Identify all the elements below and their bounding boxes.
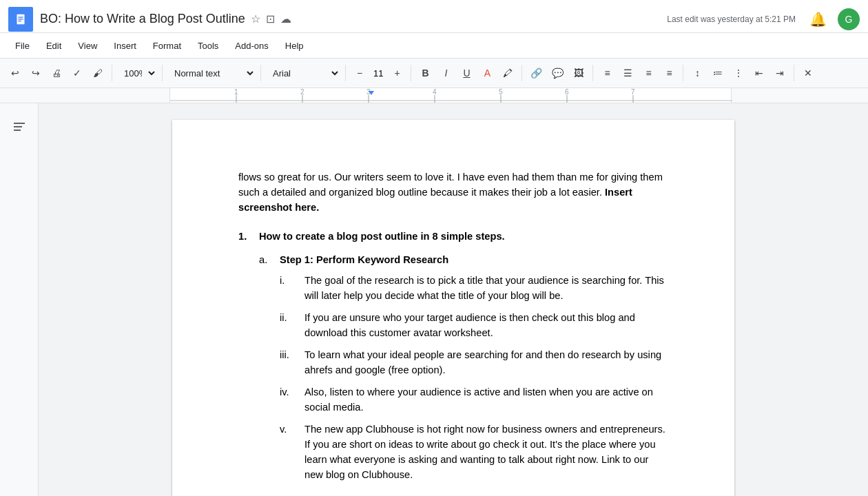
toolbar: ↩ ↪ 🖨 ✓ 🖌 100% 75% 125% Normal text Head… bbox=[0, 58, 868, 88]
redo-button[interactable]: ↪ bbox=[26, 62, 45, 84]
divider-4 bbox=[345, 65, 346, 81]
divider-5 bbox=[411, 65, 411, 81]
doc-icon bbox=[8, 7, 33, 32]
sidebar bbox=[0, 103, 39, 496]
underline-button[interactable]: U bbox=[457, 62, 476, 84]
align-left-button[interactable]: ≡ bbox=[597, 62, 617, 84]
svg-text:4: 4 bbox=[433, 88, 437, 96]
decrease-indent-button[interactable]: ⇤ bbox=[750, 62, 769, 84]
align-center-button[interactable]: ☰ bbox=[618, 62, 637, 84]
highlight-button[interactable]: 🖍 bbox=[498, 62, 517, 84]
move-icon[interactable]: ⊡ bbox=[266, 12, 275, 25]
notification-icon[interactable]: 🔔 bbox=[809, 11, 827, 28]
doc-title-area: BO: How to Write a Blog Post Outline ☆ ⊡… bbox=[40, 12, 667, 26]
link-button[interactable]: 🔗 bbox=[526, 62, 546, 84]
zoom-select[interactable]: 100% 75% 125% bbox=[116, 62, 158, 84]
level2-list: Step 1: Perform Keyword Research The goa… bbox=[259, 252, 668, 496]
svg-text:6: 6 bbox=[565, 88, 569, 96]
level1-list: How to create a blog post outline in 8 s… bbox=[238, 229, 668, 496]
divider-7 bbox=[592, 65, 593, 81]
line-spacing-button[interactable]: ↕ bbox=[688, 62, 707, 84]
italic-button[interactable]: I bbox=[436, 62, 455, 84]
sidebar-outline-icon[interactable] bbox=[7, 114, 32, 139]
spellcheck-button[interactable]: ✓ bbox=[68, 62, 87, 84]
title-bar: BO: How to Write a Blog Post Outline ☆ ⊡… bbox=[0, 0, 868, 33]
roman-item-iii: To learn what your ideal people are sear… bbox=[280, 347, 668, 378]
page-container[interactable]: flows so great for us. Our writers seem … bbox=[39, 103, 868, 496]
svg-rect-21 bbox=[14, 123, 25, 124]
list-content-3: How to create a blog post outline in 8 s… bbox=[259, 229, 668, 496]
roman-content-ii: If you are unsure who your target audien… bbox=[304, 310, 668, 340]
roman-content-v: The new app Clubhouse is hot right now f… bbox=[304, 422, 668, 482]
roman-content-iii: To learn what your ideal people are sear… bbox=[304, 347, 668, 378]
star-icon[interactable]: ☆ bbox=[251, 12, 260, 25]
menu-file[interactable]: File bbox=[8, 38, 37, 54]
menu-insert[interactable]: Insert bbox=[107, 38, 143, 54]
decrease-font-button[interactable]: − bbox=[350, 62, 369, 84]
undo-button[interactable]: ↩ bbox=[6, 62, 25, 84]
svg-text:2: 2 bbox=[300, 88, 304, 96]
list-item-3: How to create a blog post outline in 8 s… bbox=[238, 229, 668, 496]
insert-screenshot-text: Insert screenshot here. bbox=[238, 187, 632, 213]
text-color-button[interactable]: A bbox=[477, 62, 497, 84]
svg-rect-4 bbox=[18, 20, 21, 21]
roman-item-v: The new app Clubhouse is hot right now f… bbox=[280, 422, 668, 482]
menu-tools[interactable]: Tools bbox=[191, 38, 225, 54]
svg-text:5: 5 bbox=[499, 88, 503, 96]
svg-rect-3 bbox=[18, 19, 23, 19]
divider-3 bbox=[260, 65, 261, 81]
divider-9 bbox=[794, 65, 794, 81]
ruler: 1 2 3 4 5 6 7 bbox=[0, 88, 868, 103]
menu-format[interactable]: Format bbox=[146, 38, 188, 54]
ruler-content: 1 2 3 4 5 6 7 bbox=[169, 88, 732, 103]
roman-item-i: The goal of the research is to pick a ti… bbox=[280, 273, 668, 303]
menu-help[interactable]: Help bbox=[278, 38, 311, 54]
svg-text:1: 1 bbox=[234, 88, 238, 96]
svg-rect-2 bbox=[18, 17, 23, 17]
image-button[interactable]: 🖼 bbox=[569, 62, 588, 84]
format-paint-button[interactable]: 🖌 bbox=[88, 62, 107, 84]
print-button[interactable]: 🖨 bbox=[47, 62, 66, 84]
style-select[interactable]: Normal text Heading 1 Heading 2 Heading … bbox=[167, 62, 256, 84]
divider-8 bbox=[683, 65, 683, 81]
roman-content-iv: Also, listen to where your audience is a… bbox=[304, 384, 668, 415]
menu-bar: File Edit View Insert Format Tools Add-o… bbox=[0, 33, 868, 58]
menu-edit[interactable]: Edit bbox=[39, 38, 68, 54]
menu-addons[interactable]: Add-ons bbox=[228, 38, 275, 54]
comment-button[interactable]: 💬 bbox=[548, 62, 568, 84]
increase-font-button[interactable]: + bbox=[387, 62, 406, 84]
align-right-button[interactable]: ≡ bbox=[639, 62, 658, 84]
divider-6 bbox=[521, 65, 522, 81]
main-area: flows so great for us. Our writers seem … bbox=[0, 103, 868, 496]
roman-item-iv: Also, listen to where your audience is a… bbox=[280, 384, 668, 415]
account-icon[interactable]: G bbox=[838, 8, 860, 30]
font-select[interactable]: Arial Times New Roman Verdana bbox=[265, 62, 341, 84]
list-content-a: Step 1: Perform Keyword Research The goa… bbox=[280, 252, 668, 489]
roman-content-i: The goal of the research is to pick a ti… bbox=[304, 273, 668, 303]
font-size-display: 11 bbox=[371, 68, 386, 79]
align-justify-button[interactable]: ≡ bbox=[659, 62, 679, 84]
increase-indent-button[interactable]: ⇥ bbox=[770, 62, 789, 84]
step1-heading: Step 1: Perform Keyword Research bbox=[280, 254, 448, 265]
bold-button[interactable]: B bbox=[415, 62, 435, 84]
doc-title[interactable]: BO: How to Write a Blog Post Outline bbox=[40, 12, 245, 26]
level3-list-a: The goal of the research is to pick a ti… bbox=[280, 273, 668, 482]
numbered-list-button[interactable]: ≔ bbox=[708, 62, 727, 84]
menu-view[interactable]: View bbox=[71, 38, 104, 54]
divider-2 bbox=[162, 65, 163, 81]
doc-title-row: BO: How to Write a Blog Post Outline ☆ ⊡… bbox=[40, 12, 667, 26]
list-item-a: Step 1: Perform Keyword Research The goa… bbox=[259, 252, 668, 489]
svg-text:7: 7 bbox=[631, 88, 635, 96]
heading-3-text: How to create a blog post outline in 8 s… bbox=[259, 231, 505, 242]
intro-para-1: flows so great for us. Our writers seem … bbox=[238, 169, 668, 215]
last-edit: Last edit was yesterday at 5:21 PM bbox=[667, 14, 809, 24]
cloud-icon[interactable]: ☁ bbox=[280, 12, 291, 25]
divider-1 bbox=[112, 65, 112, 81]
bulleted-list-button[interactable]: ⋮ bbox=[729, 62, 748, 84]
svg-rect-23 bbox=[14, 130, 21, 131]
clear-format-button[interactable]: ✕ bbox=[798, 62, 818, 84]
document-page: flows so great for us. Our writers seem … bbox=[172, 120, 734, 496]
roman-item-ii: If you are unsure who your target audien… bbox=[280, 310, 668, 340]
svg-rect-22 bbox=[14, 126, 22, 127]
